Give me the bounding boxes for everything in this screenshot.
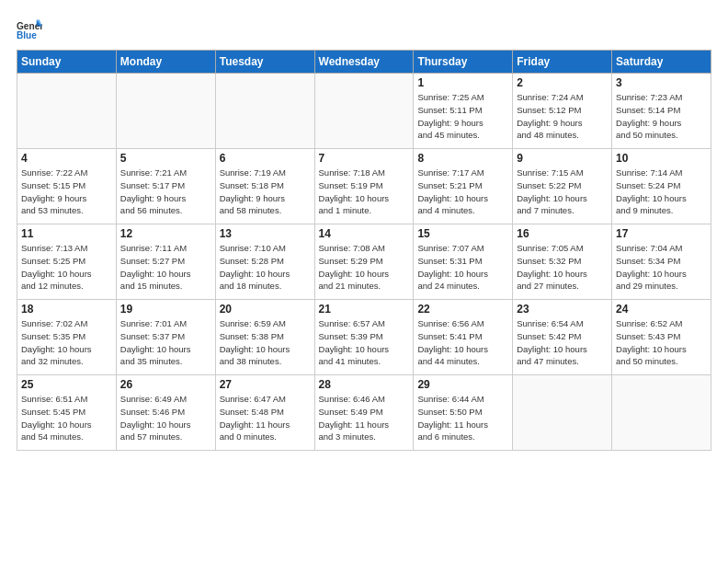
day-number: 18 [21,303,112,316]
calendar-cell: 24Sunrise: 6:52 AM Sunset: 5:43 PM Dayli… [612,300,711,375]
calendar-week-row: 1Sunrise: 7:25 AM Sunset: 5:11 PM Daylig… [17,74,711,149]
day-number: 28 [319,378,410,391]
calendar-cell: 22Sunrise: 6:56 AM Sunset: 5:41 PM Dayli… [414,300,513,375]
calendar-cell: 12Sunrise: 7:11 AM Sunset: 5:27 PM Dayli… [116,224,215,300]
day-number: 20 [220,303,311,316]
day-number: 24 [616,303,707,316]
day-number: 26 [120,378,211,391]
calendar-cell [116,74,215,149]
day-info: Sunrise: 6:57 AM Sunset: 5:39 PM Dayligh… [319,317,410,368]
weekday-header-monday: Monday [116,51,215,74]
day-number: 25 [21,378,112,391]
day-number: 27 [220,378,311,391]
calendar-cell: 23Sunrise: 6:54 AM Sunset: 5:42 PM Dayli… [513,300,612,375]
day-info: Sunrise: 6:56 AM Sunset: 5:41 PM Dayligh… [417,317,508,368]
weekday-header-wednesday: Wednesday [314,51,414,74]
day-info: Sunrise: 7:21 AM Sunset: 5:17 PM Dayligh… [120,167,211,217]
calendar-cell: 27Sunrise: 6:47 AM Sunset: 5:48 PM Dayli… [215,375,314,451]
day-info: Sunrise: 7:18 AM Sunset: 5:19 PM Dayligh… [319,167,410,217]
calendar-cell: 16Sunrise: 7:05 AM Sunset: 5:32 PM Dayli… [513,224,612,300]
day-info: Sunrise: 7:13 AM Sunset: 5:25 PM Dayligh… [21,242,112,293]
calendar-cell: 8Sunrise: 7:17 AM Sunset: 5:21 PM Daylig… [414,149,513,224]
calendar-week-row: 25Sunrise: 6:51 AM Sunset: 5:45 PM Dayli… [17,375,711,451]
day-number: 7 [319,152,410,165]
calendar: SundayMondayTuesdayWednesdayThursdayFrid… [17,50,711,451]
day-number: 8 [417,152,508,165]
day-number: 21 [319,303,410,316]
calendar-cell: 2Sunrise: 7:24 AM Sunset: 5:12 PM Daylig… [513,74,612,149]
weekday-header-sunday: Sunday [17,51,117,74]
day-number: 19 [120,303,211,316]
weekday-header-saturday: Saturday [612,51,711,74]
day-number: 11 [21,227,112,240]
day-number: 29 [417,378,508,391]
day-number: 9 [517,152,608,165]
day-info: Sunrise: 6:52 AM Sunset: 5:43 PM Dayligh… [616,317,707,368]
day-info: Sunrise: 7:02 AM Sunset: 5:35 PM Dayligh… [21,317,112,368]
calendar-cell: 10Sunrise: 7:14 AM Sunset: 5:24 PM Dayli… [612,149,711,224]
day-number: 2 [517,76,608,89]
day-info: Sunrise: 6:44 AM Sunset: 5:50 PM Dayligh… [417,393,508,443]
calendar-cell [612,375,711,451]
day-info: Sunrise: 7:10 AM Sunset: 5:28 PM Dayligh… [220,242,311,293]
calendar-cell: 21Sunrise: 6:57 AM Sunset: 5:39 PM Dayli… [314,300,414,375]
day-info: Sunrise: 7:11 AM Sunset: 5:27 PM Dayligh… [120,242,211,293]
day-number: 14 [319,227,410,240]
weekday-header-row: SundayMondayTuesdayWednesdayThursdayFrid… [17,51,711,74]
day-number: 10 [616,152,707,165]
calendar-cell: 25Sunrise: 6:51 AM Sunset: 5:45 PM Dayli… [17,375,117,451]
calendar-week-row: 18Sunrise: 7:02 AM Sunset: 5:35 PM Dayli… [17,300,711,375]
calendar-cell: 14Sunrise: 7:08 AM Sunset: 5:29 PM Dayli… [314,224,414,300]
day-info: Sunrise: 7:25 AM Sunset: 5:11 PM Dayligh… [417,91,508,142]
day-number: 15 [417,227,508,240]
calendar-cell: 7Sunrise: 7:18 AM Sunset: 5:19 PM Daylig… [314,149,414,224]
calendar-cell: 3Sunrise: 7:23 AM Sunset: 5:14 PM Daylig… [612,74,711,149]
svg-text:Blue: Blue [17,30,37,40]
calendar-cell: 18Sunrise: 7:02 AM Sunset: 5:35 PM Dayli… [17,300,117,375]
calendar-cell: 9Sunrise: 7:15 AM Sunset: 5:22 PM Daylig… [513,149,612,224]
page: General Blue SundayMondayTuesdayWednesda… [0,0,728,563]
day-info: Sunrise: 6:54 AM Sunset: 5:42 PM Dayligh… [517,317,608,368]
day-info: Sunrise: 7:07 AM Sunset: 5:31 PM Dayligh… [417,242,508,293]
day-info: Sunrise: 7:24 AM Sunset: 5:12 PM Dayligh… [517,91,608,142]
calendar-cell: 4Sunrise: 7:22 AM Sunset: 5:15 PM Daylig… [17,149,117,224]
day-info: Sunrise: 7:23 AM Sunset: 5:14 PM Dayligh… [616,91,707,142]
calendar-cell [17,74,117,149]
day-number: 23 [517,303,608,316]
day-number: 12 [120,227,211,240]
day-info: Sunrise: 7:15 AM Sunset: 5:22 PM Dayligh… [517,167,608,217]
calendar-cell: 1Sunrise: 7:25 AM Sunset: 5:11 PM Daylig… [414,74,513,149]
calendar-cell [314,74,414,149]
weekday-header-friday: Friday [513,51,612,74]
day-info: Sunrise: 7:01 AM Sunset: 5:37 PM Dayligh… [120,317,211,368]
calendar-cell: 17Sunrise: 7:04 AM Sunset: 5:34 PM Dayli… [612,224,711,300]
day-info: Sunrise: 7:22 AM Sunset: 5:15 PM Dayligh… [21,167,112,217]
calendar-cell: 20Sunrise: 6:59 AM Sunset: 5:38 PM Dayli… [215,300,314,375]
day-info: Sunrise: 6:46 AM Sunset: 5:49 PM Dayligh… [319,393,410,443]
calendar-cell: 28Sunrise: 6:46 AM Sunset: 5:49 PM Dayli… [314,375,414,451]
day-info: Sunrise: 6:47 AM Sunset: 5:48 PM Dayligh… [220,393,311,443]
header: General Blue [17,15,711,44]
day-info: Sunrise: 7:17 AM Sunset: 5:21 PM Dayligh… [417,167,508,217]
day-info: Sunrise: 7:04 AM Sunset: 5:34 PM Dayligh… [616,242,707,293]
day-info: Sunrise: 7:14 AM Sunset: 5:24 PM Dayligh… [616,167,707,217]
day-number: 4 [21,152,112,165]
calendar-cell: 11Sunrise: 7:13 AM Sunset: 5:25 PM Dayli… [17,224,117,300]
calendar-cell [215,74,314,149]
calendar-week-row: 4Sunrise: 7:22 AM Sunset: 5:15 PM Daylig… [17,149,711,224]
logo-icon: General Blue [17,18,42,44]
day-number: 22 [417,303,508,316]
day-info: Sunrise: 7:19 AM Sunset: 5:18 PM Dayligh… [220,167,311,217]
day-info: Sunrise: 7:05 AM Sunset: 5:32 PM Dayligh… [517,242,608,293]
day-number: 6 [220,152,311,165]
calendar-cell: 6Sunrise: 7:19 AM Sunset: 5:18 PM Daylig… [215,149,314,224]
day-info: Sunrise: 6:49 AM Sunset: 5:46 PM Dayligh… [120,393,211,443]
calendar-cell: 13Sunrise: 7:10 AM Sunset: 5:28 PM Dayli… [215,224,314,300]
weekday-header-tuesday: Tuesday [215,51,314,74]
calendar-cell [513,375,612,451]
day-number: 13 [220,227,311,240]
day-number: 16 [517,227,608,240]
calendar-week-row: 11Sunrise: 7:13 AM Sunset: 5:25 PM Dayli… [17,224,711,300]
day-info: Sunrise: 7:08 AM Sunset: 5:29 PM Dayligh… [319,242,410,293]
calendar-cell: 5Sunrise: 7:21 AM Sunset: 5:17 PM Daylig… [116,149,215,224]
